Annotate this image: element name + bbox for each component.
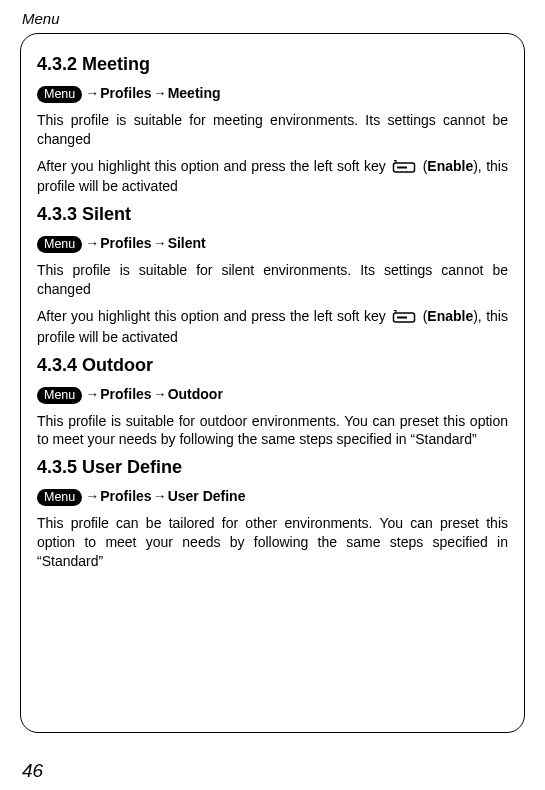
enable-label: Enable bbox=[427, 308, 473, 324]
body-text: This profile is suitable for silent envi… bbox=[37, 261, 508, 299]
nav-target-label: Silent bbox=[168, 235, 206, 251]
body-text: This profile is suitable for outdoor env… bbox=[37, 412, 508, 450]
body-text: This profile is suitable for meeting env… bbox=[37, 111, 508, 149]
section-heading-meeting: 4.3.2 Meeting bbox=[37, 54, 508, 75]
page-number: 46 bbox=[22, 760, 43, 782]
arrow-icon: → bbox=[152, 85, 168, 101]
body-text-fragment: After you highlight this option and pres… bbox=[37, 308, 390, 324]
menu-badge-icon: Menu bbox=[37, 86, 82, 103]
nav-profiles-label: Profiles bbox=[100, 235, 151, 251]
section-heading-outdoor: 4.3.4 Outdoor bbox=[37, 355, 508, 376]
nav-path-meeting: Menu→Profiles→Meeting bbox=[37, 85, 508, 103]
arrow-icon: → bbox=[152, 488, 168, 504]
section-heading-silent: 4.3.3 Silent bbox=[37, 204, 508, 225]
running-header: Menu bbox=[22, 10, 525, 27]
body-text: After you highlight this option and pres… bbox=[37, 157, 508, 197]
menu-badge-icon: Menu bbox=[37, 387, 82, 404]
arrow-icon: → bbox=[84, 235, 100, 251]
arrow-icon: → bbox=[84, 85, 100, 101]
nav-target-label: Meeting bbox=[168, 85, 221, 101]
menu-badge-icon: Menu bbox=[37, 489, 82, 506]
body-text-fragment: After you highlight this option and pres… bbox=[37, 158, 390, 174]
nav-profiles-label: Profiles bbox=[100, 85, 151, 101]
nav-path-outdoor: Menu→Profiles→Outdoor bbox=[37, 386, 508, 404]
enable-label: Enable bbox=[427, 158, 473, 174]
nav-profiles-label: Profiles bbox=[100, 488, 151, 504]
nav-profiles-label: Profiles bbox=[100, 386, 151, 402]
softkey-icon bbox=[392, 309, 416, 328]
body-text: After you highlight this option and pres… bbox=[37, 307, 508, 347]
arrow-icon: → bbox=[152, 386, 168, 402]
arrow-icon: → bbox=[152, 235, 168, 251]
nav-target-label: User Define bbox=[168, 488, 246, 504]
nav-path-userdefine: Menu→Profiles→User Define bbox=[37, 488, 508, 506]
nav-path-silent: Menu→Profiles→Silent bbox=[37, 235, 508, 253]
arrow-icon: → bbox=[84, 386, 100, 402]
body-text: This profile can be tailored for other e… bbox=[37, 514, 508, 571]
section-heading-userdefine: 4.3.5 User Define bbox=[37, 457, 508, 478]
page: Menu 4.3.2 Meeting Menu→Profiles→Meeting… bbox=[0, 0, 545, 790]
arrow-icon: → bbox=[84, 488, 100, 504]
softkey-icon bbox=[392, 159, 416, 178]
menu-badge-icon: Menu bbox=[37, 236, 82, 253]
content-frame: 4.3.2 Meeting Menu→Profiles→Meeting This… bbox=[20, 33, 525, 733]
nav-target-label: Outdoor bbox=[168, 386, 223, 402]
